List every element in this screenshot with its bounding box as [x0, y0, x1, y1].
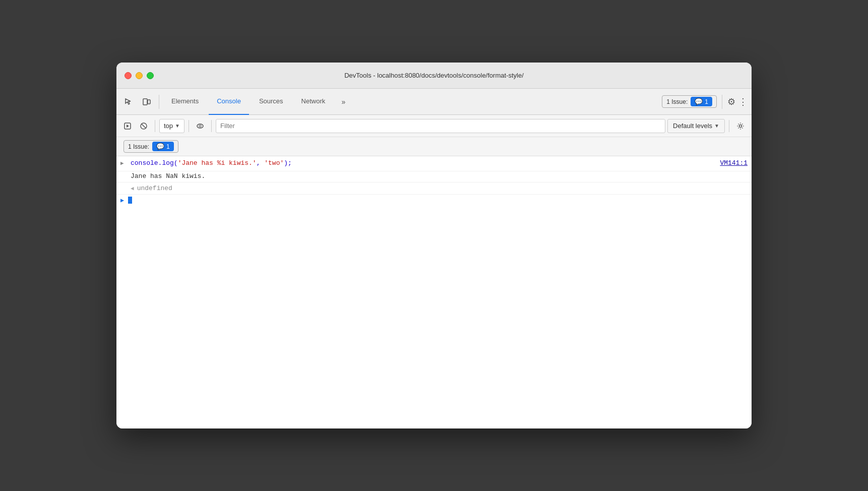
svg-rect-0 [143, 99, 147, 105]
inspect-element-button[interactable] [120, 94, 137, 110]
log-code-line: console.log('Jane has %i kiwis.', 'two')… [131, 158, 710, 169]
more-options-icon[interactable]: ⋮ [738, 96, 748, 107]
log-levels-button[interactable]: Default levels ▼ [667, 119, 725, 133]
svg-point-8 [739, 125, 742, 127]
tab-console[interactable]: Console [209, 89, 249, 115]
log-output-text: Jane has NaN kiwis. [131, 172, 205, 180]
expand-icon[interactable]: ▶ [120, 159, 129, 168]
log-code: console.log('Jane has %i kiwis.', 'two')… [131, 158, 292, 169]
eye-icon [196, 122, 204, 130]
issues-button[interactable]: 1 Issue: 💬 1 [123, 140, 178, 153]
issue-button[interactable]: 1 Issue: 💬 1 [662, 95, 717, 108]
result-arrow-icon: ◀ [131, 185, 134, 192]
result-line: ◀ undefined [116, 182, 752, 195]
console-divider-1 [155, 120, 155, 132]
issues-text: 1 Issue: [128, 143, 149, 150]
clear-console-button[interactable] [137, 119, 151, 133]
svg-point-7 [199, 125, 201, 127]
dropdown-arrow-icon: ▼ [175, 123, 180, 129]
close-button[interactable] [125, 72, 132, 79]
code-comma: , [257, 159, 265, 167]
console-settings-button[interactable] [733, 119, 748, 133]
svg-line-5 [142, 124, 146, 128]
context-label: top [164, 122, 173, 130]
tab-network[interactable]: Network [293, 89, 334, 115]
code-arg2: 'two' [264, 159, 284, 167]
console-toolbar: top ▼ Default levels ▼ [116, 115, 752, 137]
svg-marker-3 [127, 125, 129, 128]
tab-elements[interactable]: Elements [163, 89, 207, 115]
console-output: ▶ console.log('Jane has %i kiwis.', 'two… [116, 156, 752, 428]
tab-sources[interactable]: Sources [251, 89, 291, 115]
minimize-button[interactable] [136, 72, 143, 79]
more-tabs-button[interactable]: » [335, 94, 351, 110]
main-toolbar: Elements Console Sources Network » 1 Iss… [116, 89, 752, 115]
issues-count: 1 [166, 143, 170, 150]
console-gear-icon [736, 122, 745, 130]
issues-chat-icon: 💬 [156, 143, 164, 150]
devtools-window: DevTools - localhost:8080/docs/devtools/… [116, 63, 752, 428]
traffic-lights [125, 72, 154, 79]
console-divider-2 [189, 120, 189, 132]
input-prompt-icon: ▶ [120, 197, 124, 204]
device-icon [142, 97, 151, 106]
log-output-line: Jane has NaN kiwis. [116, 171, 752, 182]
cursor-blink [128, 197, 132, 204]
console-divider-4 [729, 120, 729, 132]
toolbar-divider-2 [722, 95, 722, 109]
context-selector[interactable]: top ▼ [159, 119, 184, 133]
console-content-area: ▶ console.log('Jane has %i kiwis.', 'two… [116, 156, 752, 428]
log-entry-content: console.log('Jane has %i kiwis.', 'two')… [131, 158, 710, 169]
console-divider-3 [211, 120, 212, 132]
log-levels-arrow-icon: ▼ [714, 123, 719, 129]
issue-badge: 💬 1 [691, 97, 712, 106]
filter-input[interactable] [216, 119, 665, 133]
window-title: DevTools - localhost:8080/docs/devtools/… [344, 72, 524, 79]
log-source-link[interactable]: VM141:1 [710, 158, 748, 169]
cursor-icon [124, 97, 133, 106]
result-value: undefined [137, 185, 172, 192]
code-arg1: 'Jane has %i kiwis.' [178, 159, 257, 167]
svg-point-6 [197, 124, 203, 128]
play-icon [124, 122, 131, 130]
log-levels-label: Default levels [673, 122, 712, 130]
run-script-button[interactable] [120, 119, 135, 133]
issue-label: 1 Issue: [666, 98, 688, 105]
issues-bar[interactable]: 1 Issue: 💬 1 [116, 137, 752, 156]
console-log-entry: ▶ console.log('Jane has %i kiwis.', 'two… [116, 156, 752, 171]
issue-count: 1 [705, 98, 708, 105]
toolbar-right: 1 Issue: 💬 1 ⚙ ⋮ [662, 95, 748, 109]
settings-icon[interactable]: ⚙ [727, 96, 735, 107]
code-suffix: ); [284, 159, 292, 167]
live-expression-button[interactable] [193, 119, 207, 133]
device-toggle-button[interactable] [139, 94, 155, 110]
block-icon [140, 122, 148, 130]
maximize-button[interactable] [147, 72, 154, 79]
code-prefix: console.log( [131, 159, 178, 167]
issues-badge: 💬 1 [152, 142, 174, 151]
titlebar: DevTools - localhost:8080/docs/devtools/… [116, 63, 752, 89]
console-input-line[interactable]: ▶ [116, 195, 752, 206]
issue-icon: 💬 [695, 98, 703, 105]
toolbar-divider-1 [159, 95, 159, 109]
svg-rect-1 [148, 100, 150, 104]
